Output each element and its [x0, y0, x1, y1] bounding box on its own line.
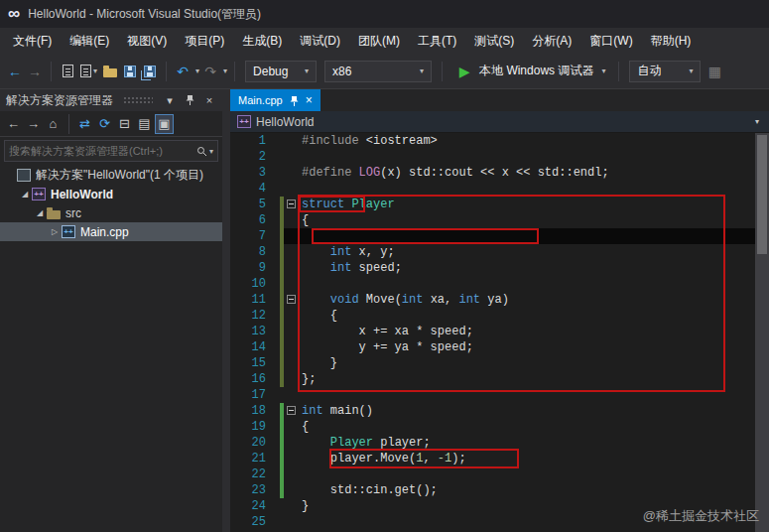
- search-options-icon[interactable]: ▾: [209, 147, 213, 156]
- code-line-13[interactable]: 13 x += xa * speed;: [230, 324, 755, 339]
- pin-icon[interactable]: [183, 94, 196, 107]
- fold-gutter[interactable]: [284, 371, 302, 387]
- code-line-21[interactable]: 21 player.Move(1, -1);: [230, 451, 755, 466]
- forward-button[interactable]: →: [24, 114, 43, 134]
- code-line-8[interactable]: 8 int x, y;: [230, 244, 755, 260]
- fold-gutter[interactable]: [284, 324, 302, 339]
- menu-item-6[interactable]: 团队(M): [349, 29, 409, 54]
- fold-gutter[interactable]: [284, 133, 302, 149]
- code-line-1[interactable]: 1#include <iostream>: [230, 133, 755, 149]
- tab-maincpp[interactable]: Main.cpp ×: [230, 89, 320, 111]
- code-line-16[interactable]: 16};: [230, 371, 755, 387]
- toolbar-overflow-button[interactable]: ▦: [705, 60, 723, 83]
- fold-gutter[interactable]: [284, 514, 302, 530]
- code-line-6[interactable]: 6{: [230, 212, 755, 228]
- fold-gutter[interactable]: [284, 451, 302, 466]
- code-line-5[interactable]: 5struct Player: [230, 197, 755, 212]
- fold-gutter[interactable]: [284, 482, 302, 498]
- fold-gutter[interactable]: [284, 339, 302, 355]
- close-tab-icon[interactable]: ×: [306, 93, 313, 107]
- fold-gutter[interactable]: [284, 260, 302, 276]
- undo-dropdown-icon[interactable]: ▾: [195, 66, 199, 75]
- collapse-all-icon[interactable]: ⊟: [115, 114, 134, 134]
- expander-icon[interactable]: ▷: [49, 227, 61, 236]
- code-line-4[interactable]: 4: [230, 181, 755, 197]
- save-button[interactable]: [121, 60, 139, 83]
- properties-icon[interactable]: ▤: [135, 114, 154, 134]
- code-line-17[interactable]: 17: [230, 387, 755, 403]
- back-button[interactable]: ←: [4, 114, 23, 134]
- breadcrumb-project[interactable]: HelloWorld: [256, 115, 314, 129]
- code-line-20[interactable]: 20 Player player;: [230, 435, 755, 451]
- tree-item-project-helloworld[interactable]: ◢++HelloWorld: [0, 185, 222, 203]
- fold-gutter[interactable]: [284, 403, 302, 419]
- navigate-forward-button[interactable]: →: [26, 60, 44, 83]
- fold-gutter[interactable]: [284, 276, 302, 292]
- menu-item-1[interactable]: 编辑(E): [61, 29, 118, 54]
- add-item-button[interactable]: ▾: [78, 60, 99, 83]
- close-icon[interactable]: ×: [202, 94, 216, 106]
- search-icon[interactable]: [196, 146, 207, 157]
- vertical-scrollbar[interactable]: [755, 133, 769, 532]
- menu-item-8[interactable]: 测试(S): [465, 29, 523, 54]
- code-line-18[interactable]: 18int main(): [230, 403, 755, 419]
- redo-dropdown-icon[interactable]: ▾: [223, 66, 227, 75]
- fold-gutter[interactable]: [284, 419, 302, 435]
- code-line-14[interactable]: 14 y += ya * speed;: [230, 339, 755, 355]
- menu-item-9[interactable]: 分析(A): [523, 29, 580, 54]
- fold-collapse-icon[interactable]: [287, 295, 296, 304]
- menu-item-4[interactable]: 生成(B): [233, 29, 291, 54]
- code-line-22[interactable]: 22: [230, 466, 755, 482]
- expander-icon[interactable]: ◢: [34, 208, 46, 217]
- menu-item-3[interactable]: 项目(P): [176, 29, 233, 54]
- scrollbar-thumb[interactable]: [757, 135, 767, 254]
- code-line-19[interactable]: 19{: [230, 419, 755, 435]
- search-input[interactable]: [9, 145, 196, 157]
- fold-gutter[interactable]: [284, 149, 302, 165]
- start-debugging-button[interactable]: ▶ 本地 Windows 调试器 ▾: [449, 60, 611, 83]
- redo-button[interactable]: ↷: [201, 60, 219, 83]
- tree-item-solution[interactable]: 解决方案"HelloWorld"(1 个项目): [0, 166, 222, 185]
- fold-gutter[interactable]: [284, 387, 302, 403]
- fold-gutter[interactable]: [284, 308, 302, 324]
- fold-gutter[interactable]: [284, 466, 302, 482]
- save-all-button[interactable]: [141, 60, 159, 83]
- fold-gutter[interactable]: [284, 228, 302, 244]
- fold-gutter[interactable]: [284, 435, 302, 451]
- preview-selected-items-button[interactable]: ▣: [155, 114, 174, 134]
- refresh-icon[interactable]: ⟳: [95, 114, 114, 134]
- fold-gutter[interactable]: [284, 244, 302, 260]
- code-line-10[interactable]: 10: [230, 276, 755, 292]
- code-line-2[interactable]: 2: [230, 149, 755, 165]
- undo-button[interactable]: ↶: [174, 60, 192, 83]
- pin-icon[interactable]: [290, 95, 299, 106]
- fold-gutter[interactable]: [284, 498, 302, 514]
- fold-gutter[interactable]: [284, 355, 302, 371]
- open-file-button[interactable]: [101, 60, 119, 83]
- navbar-dropdown-icon[interactable]: ▾: [755, 117, 759, 126]
- menu-item-0[interactable]: 文件(F): [4, 29, 61, 54]
- solution-platform-dropdown[interactable]: x86 ▾: [324, 61, 432, 82]
- tree-item-file-maincpp[interactable]: ▷++Main.cpp: [0, 222, 222, 241]
- code-line-9[interactable]: 9 int speed;: [230, 260, 755, 276]
- fold-gutter[interactable]: [284, 181, 302, 197]
- menu-item-7[interactable]: 工具(T): [409, 29, 465, 54]
- expander-icon[interactable]: ◢: [19, 190, 31, 199]
- code-line-7[interactable]: 7: [230, 228, 755, 244]
- tree-item-folder-src[interactable]: ◢src: [0, 203, 222, 222]
- sync-icon[interactable]: ⇄: [75, 114, 94, 134]
- navigation-bar[interactable]: ++ HelloWorld ▾: [230, 111, 769, 133]
- fold-gutter[interactable]: [284, 212, 302, 228]
- solution-configuration-dropdown[interactable]: Debug ▾: [245, 61, 317, 82]
- new-project-button[interactable]: [59, 60, 76, 83]
- menu-item-10[interactable]: 窗口(W): [580, 29, 641, 54]
- window-position-icon[interactable]: ▾: [163, 94, 177, 107]
- code-line-15[interactable]: 15 }: [230, 355, 755, 371]
- fold-collapse-icon[interactable]: [287, 406, 296, 415]
- code-line-12[interactable]: 12 {: [230, 308, 755, 324]
- fold-gutter[interactable]: [284, 292, 302, 308]
- menu-item-11[interactable]: 帮助(H): [642, 29, 701, 54]
- home-icon[interactable]: ⌂: [44, 114, 63, 134]
- menu-item-2[interactable]: 视图(V): [118, 29, 176, 54]
- auto-dropdown[interactable]: 自动 ▾: [629, 61, 701, 82]
